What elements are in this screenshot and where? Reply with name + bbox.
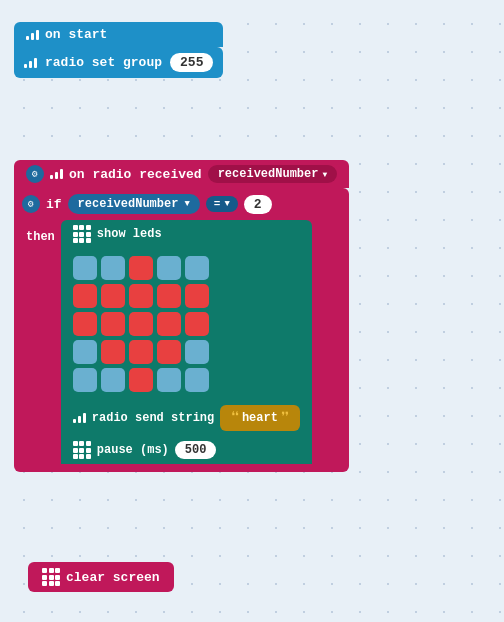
if-settings-icon[interactable]: ⚙ [22, 195, 40, 213]
led-3-4[interactable] [185, 340, 209, 364]
show-leds-label: show leds [97, 227, 162, 241]
if-condition[interactable]: receivedNumber ▼ [68, 194, 200, 214]
then-keyword: then [26, 220, 55, 244]
led-row-4 [73, 368, 300, 392]
pause-label: pause (ms) [97, 443, 169, 457]
led-0-0[interactable] [73, 256, 97, 280]
condition-variable: receivedNumber [78, 197, 179, 211]
operator: = [214, 198, 221, 210]
dropdown-arrow-2: ▼ [184, 199, 189, 209]
led-4-3[interactable] [157, 368, 181, 392]
led-1-4[interactable] [185, 284, 209, 308]
led-3-1[interactable] [101, 340, 125, 364]
radio-received-hat[interactable]: ⚙ on radio received receivedNumber ▼ [14, 160, 349, 188]
on-start-block[interactable]: on start radio set group 255 [14, 22, 223, 78]
operator-dropdown: ▼ [224, 199, 229, 209]
led-2-1[interactable] [101, 312, 125, 336]
if-row: ⚙ if receivedNumber ▼ = ▼ 2 [22, 194, 341, 214]
signal-icon-4 [73, 413, 86, 423]
led-2-2[interactable] [129, 312, 153, 336]
led-1-3[interactable] [157, 284, 181, 308]
on-radio-received-block[interactable]: ⚙ on radio received receivedNumber ▼ ⚙ i… [14, 160, 349, 472]
on-start-label: on start [45, 27, 107, 42]
led-3-3[interactable] [157, 340, 181, 364]
led-4-2[interactable] [129, 368, 153, 392]
pause-block[interactable]: pause (ms) 500 [61, 436, 312, 464]
string-value-pill[interactable]: ❝ heart ❞ [220, 405, 299, 431]
led-0-3[interactable] [157, 256, 181, 280]
led-row-1 [73, 284, 300, 308]
led-row-2 [73, 312, 300, 336]
received-number-dropdown[interactable]: receivedNumber ▼ [208, 165, 338, 183]
then-area: then show leds [26, 220, 341, 464]
if-block-container: ⚙ if receivedNumber ▼ = ▼ 2 then [14, 188, 349, 472]
radio-send-label: radio send string [92, 411, 214, 425]
settings-icon[interactable]: ⚙ [26, 165, 44, 183]
grid-icon-2 [73, 441, 91, 459]
condition-value[interactable]: 2 [244, 195, 272, 214]
received-number-param: receivedNumber [218, 167, 319, 181]
radio-set-group-label: radio set group [45, 55, 162, 70]
led-row-0 [73, 256, 300, 280]
led-4-1[interactable] [101, 368, 125, 392]
led-3-2[interactable] [129, 340, 153, 364]
led-0-2[interactable] [129, 256, 153, 280]
signal-icon-3 [50, 169, 63, 179]
workspace: on start radio set group 255 ⚙ on radio … [0, 0, 504, 622]
led-3-0[interactable] [73, 340, 97, 364]
close-quote: ❞ [280, 408, 290, 428]
clear-screen-label: clear screen [66, 570, 160, 585]
string-value: heart [242, 411, 278, 425]
on-start-hat[interactable]: on start [14, 22, 223, 47]
led-row-3 [73, 340, 300, 364]
led-0-1[interactable] [101, 256, 125, 280]
signal-icon-2 [24, 58, 37, 68]
grid-icon-3 [42, 568, 60, 586]
then-blocks: show leds [61, 220, 312, 464]
operator-pill[interactable]: = ▼ [206, 196, 238, 212]
radio-group-value[interactable]: 255 [170, 53, 213, 72]
led-2-0[interactable] [73, 312, 97, 336]
dropdown-arrow: ▼ [322, 170, 327, 179]
led-0-4[interactable] [185, 256, 209, 280]
radio-send-string-block[interactable]: radio send string ❝ heart ❞ [61, 400, 312, 436]
grid-icon [73, 225, 91, 243]
clear-screen-block[interactable]: clear screen [28, 562, 174, 592]
led-1-0[interactable] [73, 284, 97, 308]
signal-icon [26, 30, 39, 40]
led-1-2[interactable] [129, 284, 153, 308]
pause-value[interactable]: 500 [175, 441, 217, 459]
radio-set-group-block[interactable]: radio set group 255 [14, 47, 223, 78]
led-1-1[interactable] [101, 284, 125, 308]
led-4-0[interactable] [73, 368, 97, 392]
show-leds-block[interactable]: show leds [61, 220, 312, 248]
open-quote: ❝ [230, 408, 240, 428]
led-4-4[interactable] [185, 368, 209, 392]
led-2-3[interactable] [157, 312, 181, 336]
led-grid[interactable] [61, 248, 312, 400]
if-keyword: if [46, 197, 62, 212]
radio-received-label: on radio received [69, 167, 202, 182]
led-2-4[interactable] [185, 312, 209, 336]
